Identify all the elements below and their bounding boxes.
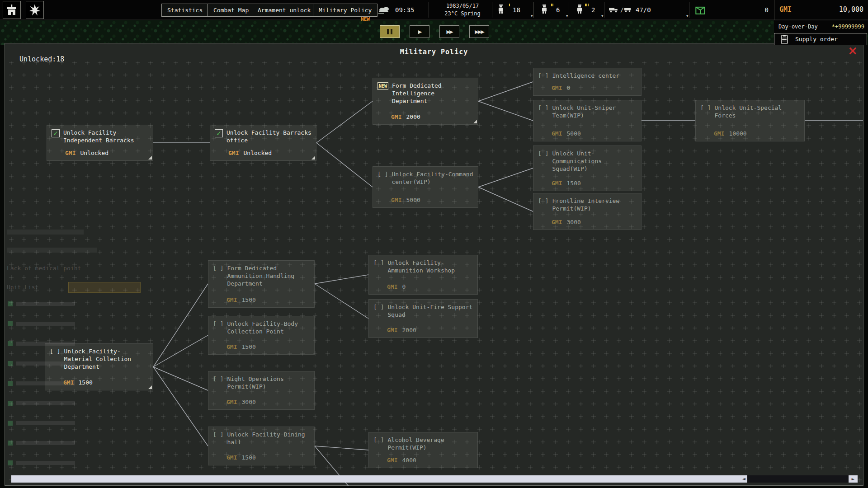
- policy-node-intelligence-center[interactable]: [ ] Intelligence center GMI 0: [533, 68, 642, 96]
- fast-forward-button[interactable]: ▶▶: [439, 25, 459, 38]
- cost-label: GMI: [226, 296, 237, 303]
- tab-statistics[interactable]: Statistics: [161, 4, 208, 17]
- soldier-icon: [497, 5, 505, 14]
- policy-node-special-forces[interactable]: [ ] Unlock Unit-Special Forces GMI 10000: [695, 100, 805, 141]
- policy-node-material-collection[interactable]: [ ] Unlock Facility-Material Collection …: [45, 343, 153, 390]
- policy-node-barracks-office[interactable]: ✓ Unlock Facility-Barracks office GMI Un…: [210, 125, 316, 161]
- troop-counter-tier2[interactable]: [541, 5, 552, 15]
- cost-label: GMI: [391, 113, 401, 120]
- policy-node-ammunition-department[interactable]: [ ] Form Dedicated Ammunition Handling D…: [208, 260, 315, 308]
- alert-button[interactable]: [26, 1, 44, 19]
- node-title: Form Dedicated Ammunition Handling Depar…: [227, 265, 310, 288]
- pause-icon: [387, 29, 389, 34]
- gmi-currency-label: GMI: [779, 5, 792, 14]
- divider: [689, 2, 689, 18]
- tab-armament-unlock[interactable]: Armament unlock: [252, 4, 316, 17]
- cost-label: GMI: [391, 197, 401, 203]
- horizontal-scrollbar[interactable]: ◄ ►: [11, 475, 858, 483]
- node-title: Unlock Unit-Sniper Team(WIP): [552, 104, 637, 120]
- bracket-icon: [ ]: [213, 375, 223, 382]
- policy-node-intelligence-department[interactable]: NEW Form Dedicated Intelligence Departme…: [373, 78, 478, 125]
- cost-value: 1500: [241, 296, 255, 303]
- pause-button[interactable]: [380, 25, 400, 38]
- fastest-forward-button[interactable]: ▶▶▶: [469, 25, 489, 38]
- node-title: Unlock Unit-Fire Support Squad: [387, 304, 473, 319]
- cost-value: 5000: [566, 130, 580, 137]
- clock-time: 09:35: [395, 6, 414, 14]
- cost-value: 2000: [406, 113, 420, 120]
- supply-order-button[interactable]: Supply order: [774, 33, 867, 45]
- supply-crate-icon: [695, 5, 705, 15]
- policy-node-frontline-interview[interactable]: [ ] Frontline Interview Permit(WIP) GMI …: [533, 193, 642, 230]
- cost-label: GMI: [226, 454, 237, 461]
- policy-node-sniper-team[interactable]: [ ] Unlock Unit-Sniper Team(WIP) GMI 500…: [533, 100, 642, 141]
- troop-counter-tier1[interactable]: [497, 5, 509, 15]
- node-title: Unlock Facility-Independent Barracks: [63, 129, 148, 145]
- cost-value: 1500: [241, 454, 255, 461]
- check-icon: ✓: [52, 129, 60, 137]
- scrollbar-thumb[interactable]: ◄: [11, 475, 747, 483]
- caret-down-icon: ▾: [531, 14, 533, 18]
- cost-value: 1500: [78, 379, 92, 386]
- bracket-icon: [ ]: [538, 150, 548, 157]
- scroll-left-icon: ◄: [742, 476, 745, 481]
- crate-count: 0: [747, 6, 769, 14]
- cost-label: GMI: [387, 457, 397, 464]
- policy-node-dining-hall[interactable]: [ ] Unlock Facility-Dining hall GMI 1500: [208, 427, 315, 465]
- vehicle-count: 47/0: [636, 6, 651, 14]
- policy-node-command-center[interactable]: [ ] Unlock Facility-Command center(WIP) …: [373, 166, 478, 208]
- military-policy-panel: Lack of medical point Unit List: [5, 43, 863, 486]
- divider: [50, 2, 50, 18]
- cost-value: Unlocked: [80, 150, 108, 156]
- policy-node-independent-barracks[interactable]: ✓ Unlock Facility-Independent Barracks G…: [47, 125, 153, 161]
- supply-order-label: Supply order: [795, 36, 838, 42]
- policy-node-night-operations[interactable]: [ ] Night Operations Permit(WIP) GMI 300…: [208, 371, 315, 410]
- policy-node-body-collection-point[interactable]: [ ] Unlock Facility-Body Collection Poin…: [208, 316, 315, 355]
- divider: [533, 2, 534, 18]
- scroll-right-button[interactable]: ►: [849, 475, 858, 483]
- game-date: 1983/05/17: [434, 3, 491, 9]
- headquarters-button[interactable]: [3, 1, 21, 19]
- divider: [492, 2, 492, 18]
- alert-burst-icon: [29, 4, 41, 16]
- tab-combat-map[interactable]: Combat Map: [208, 4, 255, 17]
- play-button[interactable]: ▶: [410, 25, 429, 38]
- node-title: Unlock Unit-Special Forces: [714, 104, 800, 120]
- divider: [569, 2, 569, 18]
- node-title: Frontline Interview Permit(WIP): [552, 197, 637, 213]
- cost-label: GMI: [552, 130, 562, 137]
- top-bar: Statistics Combat Map Armament unlock Mi…: [0, 0, 868, 20]
- soldier-icon: [541, 5, 548, 14]
- cost-value: 0: [402, 283, 406, 290]
- close-button[interactable]: ×: [848, 44, 858, 57]
- policy-node-ammunition-workshop[interactable]: [ ] Unlock Facility-Ammunition Workshop …: [368, 255, 478, 295]
- cost-value: 3000: [566, 219, 580, 225]
- panel-title: Military Policy: [5, 48, 863, 56]
- bracket-icon: [ ]: [538, 104, 548, 111]
- bracket-icon: [ ]: [213, 320, 223, 327]
- bracket-icon: [ ]: [373, 304, 384, 310]
- play-icon: ▶: [418, 29, 421, 35]
- cost-label: GMI: [63, 379, 74, 386]
- policy-node-fire-support-squad[interactable]: [ ] Unlock Unit-Fire Support Squad GMI 2…: [368, 299, 478, 338]
- caret-down-icon: ▾: [566, 14, 568, 18]
- divider: [774, 0, 774, 20]
- soldier-icon: [576, 5, 583, 14]
- policy-node-communications-squad[interactable]: [ ] Unlock Unit-Communications Squad(WIP…: [533, 145, 642, 191]
- bracket-icon: [ ]: [373, 259, 384, 266]
- caret-down-icon: ▾: [686, 14, 689, 18]
- cost-value: 0: [566, 84, 570, 91]
- cost-label: GMI: [552, 180, 562, 187]
- policy-node-alcohol-beverage[interactable]: [ ] Alcohol Beverage Permit(WIP) GMI 400…: [368, 432, 478, 468]
- cost-value: 4000: [402, 457, 416, 464]
- cost-value: 3000: [241, 399, 255, 405]
- fast-forward-icon: ▶▶: [447, 29, 453, 35]
- check-icon: ✓: [215, 129, 223, 137]
- bracket-icon: [ ]: [538, 72, 548, 79]
- cost-value: 2000: [402, 327, 416, 333]
- node-title: Intelligence center: [552, 72, 619, 80]
- tab-military-policy[interactable]: Military Policy: [313, 4, 377, 17]
- day-over-day-label: Day-over-Day: [778, 23, 818, 30]
- troop-counter-tier3[interactable]: [576, 5, 588, 15]
- caret-down-icon: ▾: [601, 14, 604, 18]
